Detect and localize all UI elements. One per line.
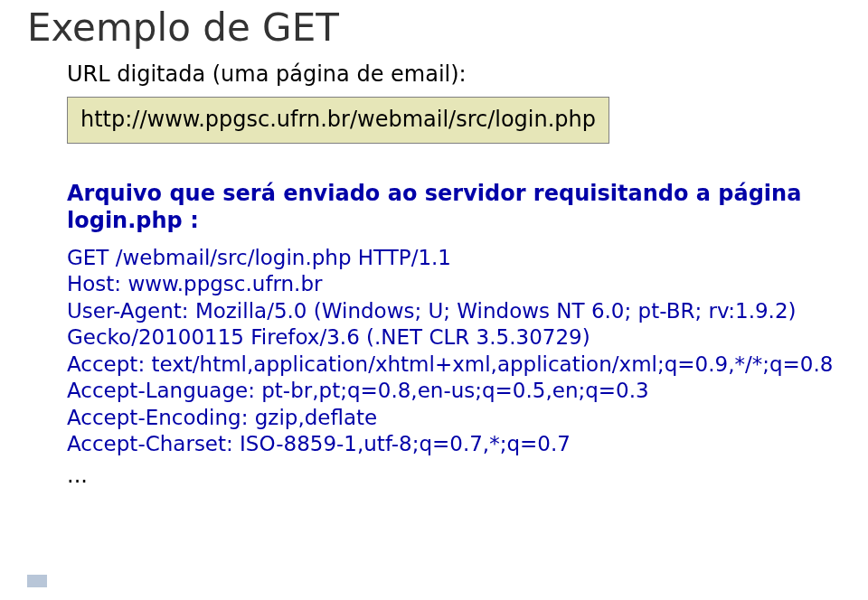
request-intro: Arquivo que será enviado ao servidor req… xyxy=(67,180,841,234)
http-request-line: User-Agent: Mozilla/5.0 (Windows; U; Win… xyxy=(67,298,841,352)
url-box: http://www.ppgsc.ufrn.br/webmail/src/log… xyxy=(67,97,609,144)
http-request-line: Accept-Charset: ISO-8859-1,utf-8;q=0.7,*… xyxy=(67,431,841,457)
slide: Exemplo de GET URL digitada (uma página … xyxy=(0,0,868,600)
http-request-line: Host: www.ppgsc.ufrn.br xyxy=(67,271,841,297)
http-request-line: Accept-Encoding: gzip,deflate xyxy=(67,405,841,431)
http-request-line: Accept-Language: pt-br,pt;q=0.8,en-us;q=… xyxy=(67,378,841,404)
ellipsis: ... xyxy=(67,463,841,488)
slide-title: Exemplo de GET xyxy=(27,7,841,49)
http-request-line: Accept: text/html,application/xhtml+xml,… xyxy=(67,352,841,378)
http-request-block: GET /webmail/src/login.php HTTP/1.1 Host… xyxy=(67,245,841,458)
http-request-line: GET /webmail/src/login.php HTTP/1.1 xyxy=(67,245,841,271)
subhead-url-label: URL digitada (uma página de email): xyxy=(67,61,841,88)
footer-decorative-square xyxy=(27,575,47,587)
